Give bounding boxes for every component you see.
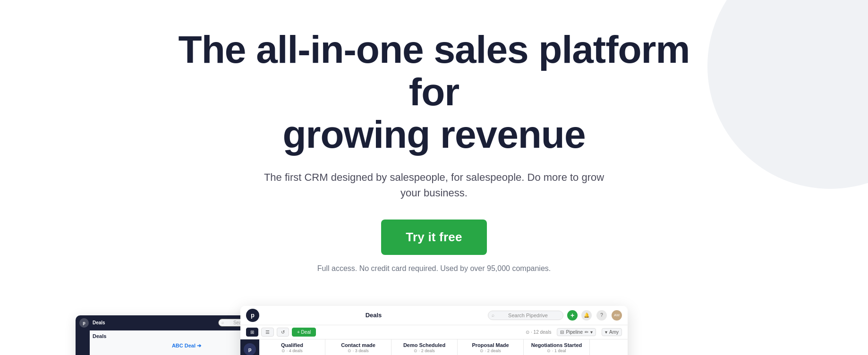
try-it-free-button[interactable]: Try it free: [381, 220, 486, 255]
search-placeholder-text: Search Pipedrive: [508, 313, 548, 318]
toolbar-filter-button[interactable]: ⊞: [246, 328, 258, 337]
hero-title-line1: The all-in-one sales platform for: [179, 28, 690, 113]
user-selector[interactable]: ▾ Amy: [602, 328, 622, 336]
kanban-col-demo: Demo Scheduled ⊙ · 2 deals Blue Marble D…: [391, 339, 458, 355]
crm-app-logo: p: [246, 309, 259, 322]
pipeline-selector[interactable]: ⊟ Pipeline ✏ ▾: [557, 328, 596, 336]
col-contact-count: ⊙ · 3 deals: [329, 348, 387, 353]
kanban-col-proposal-header: Proposal Made ⊙ · 2 deals: [458, 339, 523, 355]
kanban-col-qualified-header: Qualified ⊙ · 4 deals: [259, 339, 325, 355]
col-demo-title: Demo Scheduled: [395, 342, 453, 348]
col-contact-title: Contact made: [329, 342, 387, 348]
kanban-col-contact: Contact made ⊙ · 3 deals Ownerate Deal: [325, 339, 391, 355]
crm-kanban: Qualified ⊙ · 4 deals ABC Deal: [259, 339, 628, 355]
col-negotiations-title: Negotiations Started: [528, 342, 586, 348]
crm-app-header: p Deals ⌕ Search Pipedrive +: [240, 306, 628, 325]
crm-search-wrapper[interactable]: ⌕ Search Pipedrive: [488, 311, 563, 320]
pipeline-label: Pipeline: [566, 330, 583, 335]
kanban-col-proposal: Proposal Made ⊙ · 2 deals Mindbend Deal …: [458, 339, 524, 355]
toolbar-refresh-button[interactable]: ↺: [277, 328, 289, 337]
back-app-title: Deals: [93, 320, 105, 325]
back-logo-text: p: [83, 321, 85, 325]
back-search-icon: ⌕: [221, 320, 224, 325]
crm-stats: ⊙ · 12 deals ⊟ Pipeline ✏ ▾ ▾ Amy: [526, 328, 622, 336]
back-app-logo: p: [79, 318, 89, 328]
user-filter-icon: ▾: [605, 330, 607, 335]
crm-kanban-body: p ◎ ✉ ⚙ Qualified ⊙: [240, 339, 628, 355]
hero-section: The all-in-one sales platform for growin…: [0, 0, 868, 355]
back-deals-label: Deals: [93, 333, 106, 339]
kanban-col-demo-header: Demo Scheduled ⊙ · 2 deals: [391, 339, 457, 355]
crm-header-icons: 🔔 ? AM: [581, 310, 622, 321]
back-app-sidebar: [76, 330, 90, 355]
col-proposal-count: ⊙ · 2 deals: [461, 348, 519, 353]
col-qualified-count: ⊙ · 4 deals: [263, 348, 321, 353]
kanban-col-negotiations: Negotiations Started ⊙ · 1 deal Omnicorp…: [524, 339, 590, 355]
toolbar-list-button[interactable]: ☰: [261, 328, 274, 337]
pipeline-chevron-icon: ▾: [590, 330, 593, 335]
help-icon[interactable]: ?: [596, 310, 607, 321]
crm-app: p Deals ⌕ Search Pipedrive +: [240, 306, 628, 355]
hero-content: The all-in-one sales platform for growin…: [0, 0, 868, 355]
deals-count: ⊙ · 12 deals: [526, 330, 551, 335]
kanban-col-negotiations-header: Negotiations Started ⊙ · 1 deal: [524, 339, 589, 355]
bell-icon[interactable]: 🔔: [581, 310, 592, 321]
col-negotiations-count: ⊙ · 1 deal: [528, 348, 586, 353]
sidebar-logo-text: p: [248, 347, 252, 352]
app-screenshot-front: p Deals ⌕ Search Pipedrive +: [240, 306, 628, 355]
crm-sidebar: p ◎ ✉ ⚙: [240, 339, 259, 355]
crm-search-input[interactable]: Search Pipedrive: [488, 311, 563, 320]
pipeline-edit-icon: ✏: [585, 330, 588, 335]
crm-add-button[interactable]: +: [567, 310, 578, 321]
toolbar-add-deal-button[interactable]: + Deal: [292, 328, 316, 337]
hero-subtitle: The first CRM designed by salespeople, f…: [257, 169, 611, 201]
app-previews: p Deals ⌕ Search Pipedrive Deal: [0, 301, 868, 355]
kanban-col-qualified: Qualified ⊙ · 4 deals ABC Deal: [259, 339, 325, 355]
cta-note: Full access. No credit card required. Us…: [317, 264, 551, 273]
crm-search-icon: ⌕: [492, 313, 494, 318]
col-qualified-title: Qualified: [263, 342, 321, 348]
col-proposal-title: Proposal Made: [461, 342, 519, 348]
crm-logo-text: p: [251, 312, 255, 319]
col-demo-count: ⊙ · 2 deals: [395, 348, 453, 353]
user-label: Amy: [609, 330, 619, 335]
hero-title: The all-in-one sales platform for growin…: [174, 28, 694, 156]
crm-app-title: Deals: [263, 312, 484, 319]
pipeline-icon: ⊟: [560, 330, 564, 335]
crm-toolbar: ⊞ ☰ ↺ + Deal ⊙ · 12 deals ⊟ Pipeline ✏ ▾: [240, 325, 628, 339]
hero-title-line2: growing revenue: [282, 113, 585, 156]
sidebar-logo: p: [244, 343, 256, 355]
kanban-col-contact-header: Contact made ⊙ · 3 deals: [325, 339, 391, 355]
user-avatar-icon[interactable]: AM: [612, 310, 622, 321]
